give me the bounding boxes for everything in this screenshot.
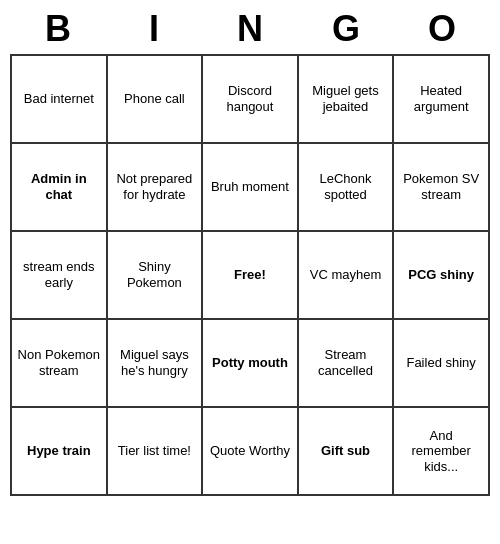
cell-2-4: PCG shiny xyxy=(393,231,489,319)
cell-1-1: Not prepared for hydrate xyxy=(107,143,203,231)
title-n: N xyxy=(210,8,290,50)
cell-3-0: Non Pokemon stream xyxy=(11,319,107,407)
bingo-title: B I N G O xyxy=(10,0,490,54)
cell-1-0: Admin in chat xyxy=(11,143,107,231)
cell-1-3: LeChonk spotted xyxy=(298,143,394,231)
title-i: I xyxy=(114,8,194,50)
title-o: O xyxy=(402,8,482,50)
cell-0-3: Miguel gets jebaited xyxy=(298,55,394,143)
title-b: B xyxy=(18,8,98,50)
cell-4-4: And remember kids... xyxy=(393,407,489,495)
cell-3-2: Potty mouth xyxy=(202,319,298,407)
bingo-grid: Bad internetPhone callDiscord hangoutMig… xyxy=(10,54,490,496)
cell-4-2: Quote Worthy xyxy=(202,407,298,495)
cell-3-1: Miguel says he's hungry xyxy=(107,319,203,407)
cell-4-3: Gift sub xyxy=(298,407,394,495)
cell-2-1: Shiny Pokemon xyxy=(107,231,203,319)
cell-0-0: Bad internet xyxy=(11,55,107,143)
cell-0-4: Heated argument xyxy=(393,55,489,143)
cell-0-1: Phone call xyxy=(107,55,203,143)
cell-3-3: Stream cancelled xyxy=(298,319,394,407)
cell-0-2: Discord hangout xyxy=(202,55,298,143)
title-g: G xyxy=(306,8,386,50)
cell-2-0: stream ends early xyxy=(11,231,107,319)
cell-2-2: Free! xyxy=(202,231,298,319)
cell-3-4: Failed shiny xyxy=(393,319,489,407)
cell-1-4: Pokemon SV stream xyxy=(393,143,489,231)
cell-4-1: Tier list time! xyxy=(107,407,203,495)
cell-1-2: Bruh moment xyxy=(202,143,298,231)
cell-4-0: Hype train xyxy=(11,407,107,495)
cell-2-3: VC mayhem xyxy=(298,231,394,319)
